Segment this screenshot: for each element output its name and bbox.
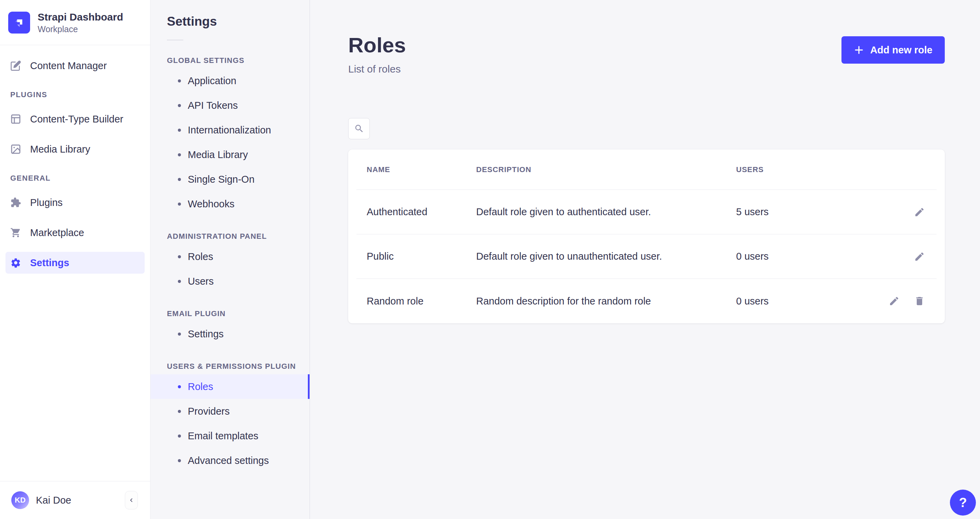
sidebar-item-label: Content Manager <box>30 60 107 72</box>
role-users-cell: 0 users <box>736 251 839 262</box>
table-header-row: NAME DESCRIPTION USERS <box>356 150 937 190</box>
subnav-section-label: ADMINISTRATION PANEL <box>167 232 310 241</box>
trash-icon <box>914 296 925 307</box>
subnav-item-roles[interactable]: Roles <box>151 244 310 269</box>
page-title: Roles <box>348 33 406 57</box>
subnav-item-label: Providers <box>188 406 230 417</box>
sidebar-nav: Content Manager PLUGINS Content-Type Bui… <box>0 45 150 282</box>
subnav-item-advanced-settings[interactable]: Advanced settings <box>151 448 310 473</box>
nav-section-label: PLUGINS <box>5 90 145 99</box>
roles-table: NAME DESCRIPTION USERS Authenticated Def… <box>348 150 945 323</box>
brand[interactable]: Strapi Dashboard Workplace <box>0 0 150 45</box>
user-name: Kai Doe <box>36 495 125 506</box>
subnav-item-label: Roles <box>188 381 213 392</box>
app-title: Strapi Dashboard <box>38 11 123 24</box>
bullet-dot <box>178 80 181 83</box>
subnav-item-label: Advanced settings <box>188 455 269 466</box>
page-subtitle: List of roles <box>348 63 406 75</box>
sidebar-item-label: Content-Type Builder <box>30 114 123 125</box>
settings-subnav: Settings GLOBAL SETTINGS Application API… <box>151 0 310 519</box>
pencil-icon <box>914 251 925 262</box>
subnav-item-users[interactable]: Users <box>151 269 310 293</box>
bullet-dot <box>178 153 181 156</box>
workspace-name: Workplace <box>38 24 123 35</box>
bullet-dot <box>178 410 181 413</box>
subnav-item-webhooks[interactable]: Webhooks <box>151 192 310 216</box>
layout-icon <box>10 114 21 124</box>
role-name-cell: Public <box>367 251 476 262</box>
bullet-dot <box>178 178 181 181</box>
search-icon <box>354 124 364 134</box>
edit-role-button[interactable] <box>913 205 926 219</box>
subnav-item-label: Email templates <box>188 430 258 442</box>
bullet-dot <box>178 459 181 462</box>
subnav-item-internationalization[interactable]: Internationalization <box>151 118 310 142</box>
subnav-item-settings[interactable]: Settings <box>151 322 310 346</box>
add-new-role-button[interactable]: Add new role <box>842 36 945 64</box>
subnav-item-single-sign-on[interactable]: Single Sign-On <box>151 167 310 192</box>
subnav-item-label: Users <box>188 276 214 287</box>
sidebar-item-settings[interactable]: Settings <box>5 252 145 274</box>
sidebar-item-media-library[interactable]: Media Library <box>5 138 145 160</box>
help-button[interactable]: ? <box>950 490 976 516</box>
bullet-dot <box>178 104 181 107</box>
subnav-section-label: EMAIL PLUGIN <box>167 309 310 318</box>
strapi-logo <box>8 12 30 33</box>
subnav-item-media-library[interactable]: Media Library <box>151 142 310 167</box>
sidebar-item-label: Settings <box>30 257 69 269</box>
subnav-rule <box>167 40 183 40</box>
subnav-item-label: Webhooks <box>188 199 235 210</box>
bullet-dot <box>178 385 181 388</box>
feather-pen-icon <box>10 60 21 71</box>
role-description-cell: Default role given to authenticated user… <box>476 206 736 218</box>
subnav-item-providers[interactable]: Providers <box>151 399 310 423</box>
avatar[interactable]: KD <box>11 491 29 509</box>
role-users-cell: 5 users <box>736 206 839 218</box>
nav-section-label: GENERAL <box>5 174 145 183</box>
sidebar-item-content-manager[interactable]: Content Manager <box>5 55 145 76</box>
role-name-cell: Authenticated <box>367 206 476 218</box>
subnav-item-label: Application <box>188 75 236 86</box>
subnav-item-label: Settings <box>188 328 224 340</box>
puzzle-icon <box>10 197 21 208</box>
main-sidebar: Strapi Dashboard Workplace Content Manag… <box>0 0 151 519</box>
sidebar-item-label: Media Library <box>30 144 90 155</box>
subnav-item-email-templates[interactable]: Email templates <box>151 423 310 448</box>
subnav-section-label: USERS & PERMISSIONS PLUGIN <box>167 362 310 371</box>
sidebar-item-content-type-builder[interactable]: Content-Type Builder <box>5 108 145 130</box>
gear-icon <box>10 257 21 268</box>
bullet-dot <box>178 333 181 336</box>
sidebar-item-marketplace[interactable]: Marketplace <box>5 222 145 244</box>
column-header-users: USERS <box>736 165 839 174</box>
plus-icon <box>854 45 864 55</box>
search-button[interactable] <box>348 118 370 139</box>
sidebar-item-plugins[interactable]: Plugins <box>5 192 145 213</box>
pencil-icon <box>914 207 925 218</box>
main-content: Roles List of roles Add new role NAME DE… <box>310 0 980 519</box>
role-name-cell: Random role <box>367 296 476 307</box>
chevron-left-icon <box>127 497 135 504</box>
subnav-item-application[interactable]: Application <box>151 68 310 93</box>
role-description-cell: Default role given to unauthenticated us… <box>476 251 736 262</box>
delete-role-button[interactable] <box>913 294 926 308</box>
subnav-item-label: Roles <box>188 251 213 263</box>
sidebar-collapse-button[interactable] <box>125 491 138 509</box>
edit-role-button[interactable] <box>913 250 926 263</box>
add-new-role-label: Add new role <box>870 45 932 56</box>
table-row: Public Default role given to unauthentic… <box>356 234 937 279</box>
edit-role-button[interactable] <box>887 294 901 308</box>
table-row: Random role Random description for the r… <box>356 279 937 323</box>
role-users-cell: 0 users <box>736 296 839 307</box>
bullet-dot <box>178 435 181 438</box>
subnav-item-label: Media Library <box>188 149 248 161</box>
bullet-dot <box>178 280 181 283</box>
subnav-item-label: API Tokens <box>188 100 238 111</box>
question-mark-icon: ? <box>959 495 967 510</box>
subnav-item-label: Internationalization <box>188 124 271 136</box>
subnav-item-api-tokens[interactable]: API Tokens <box>151 93 310 118</box>
image-icon <box>10 144 21 154</box>
table-row: Authenticated Default role given to auth… <box>356 190 937 234</box>
subnav-item-roles[interactable]: Roles <box>151 374 310 399</box>
cart-icon <box>10 227 21 238</box>
bullet-dot <box>178 202 181 205</box>
